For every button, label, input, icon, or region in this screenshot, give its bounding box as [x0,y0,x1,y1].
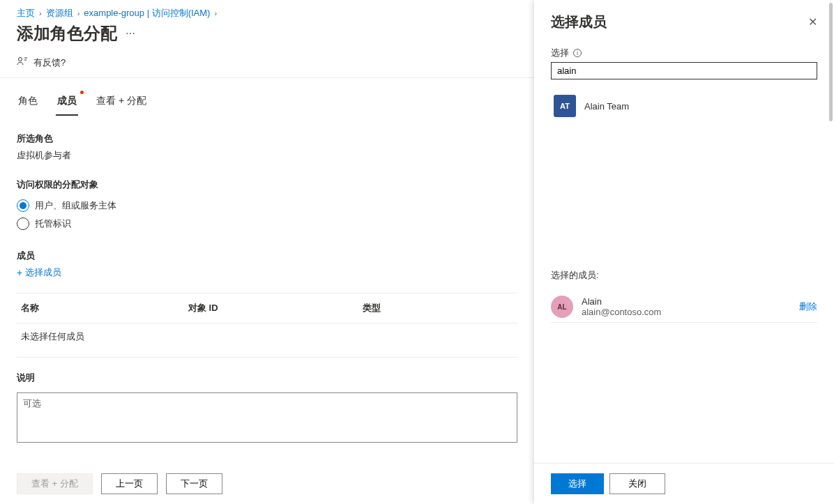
col-object-id[interactable]: 对象 ID [188,302,363,314]
close-icon[interactable]: ✕ [808,15,817,29]
select-label: 选择 [551,47,569,59]
panel-title: 选择成员 [551,13,607,31]
feedback-icon [17,56,28,69]
radio-icon [17,217,29,230]
select-button[interactable]: 选择 [551,473,604,494]
radio-label: 用户、组或服务主体 [35,199,116,212]
selected-role-label: 所选角色 [17,132,517,145]
feedback-link[interactable]: 有反馈? [0,50,534,78]
breadcrumb-home[interactable]: 主页 [17,7,35,20]
feedback-label: 有反馈? [33,56,66,69]
search-result-item[interactable]: AT Alain Team [551,89,817,123]
page-title: 添加角色分配 [17,22,117,45]
more-actions-icon[interactable]: ⋯ [126,28,135,39]
avatar-icon: AT [554,95,576,117]
breadcrumb-group-iam[interactable]: example-group | 访问控制(IAM) [84,7,210,20]
tabs: 角色 成员 查看 + 分配 [0,91,534,116]
next-button[interactable]: 下一页 [166,473,222,494]
breadcrumb-resource-groups[interactable]: 资源组 [46,7,73,20]
description-input[interactable] [17,392,517,443]
review-assign-button: 查看 + 分配 [17,473,93,494]
table-header: 名称 对象 ID 类型 [17,293,517,323]
col-name[interactable]: 名称 [21,302,188,314]
search-input[interactable] [551,62,817,79]
selected-role-value: 虚拟机参与者 [17,149,517,162]
description-label: 说明 [17,372,517,384]
info-icon[interactable]: i [573,49,582,57]
selected-members-label: 选择的成员: [551,269,817,282]
tab-members[interactable]: 成员 [56,91,78,116]
selected-email: alain@contoso.com [582,307,791,317]
chevron-right-icon: › [39,9,42,17]
result-name: Alain Team [584,101,629,112]
assign-access-label: 访问权限的分配对象 [17,178,517,191]
close-button[interactable]: 关闭 [609,473,665,494]
tab-review[interactable]: 查看 + 分配 [95,91,148,116]
breadcrumb: 主页 › 资源组 › example-group | 访问控制(IAM) › [0,0,534,20]
col-type[interactable]: 类型 [363,302,502,314]
table-empty-text: 未选择任何成员 [17,323,517,358]
radio-managed-identity[interactable]: 托管标识 [17,215,517,233]
svg-point-0 [19,58,22,61]
radio-label: 托管标识 [35,217,71,230]
remove-link[interactable]: 删除 [799,300,817,313]
prev-button[interactable]: 上一页 [101,473,158,494]
tab-role[interactable]: 角色 [17,91,39,116]
chevron-right-icon: › [214,9,217,17]
avatar-icon: AL [551,296,573,318]
selected-member-item: AL Alain alain@contoso.com 删除 [551,291,817,323]
select-members-link[interactable]: + 选择成员 [17,266,517,279]
radio-user-group-sp[interactable]: 用户、组或服务主体 [17,197,517,215]
indicator-dot-icon [80,91,84,94]
members-label: 成员 [17,250,517,262]
plus-icon: + [17,267,22,278]
select-members-panel: 选择成员 ✕ 选择 i AT Alain Team 选择的成员: AL Alai… [534,0,834,504]
chevron-right-icon: › [77,9,80,17]
radio-icon [17,199,29,212]
select-members-text: 选择成员 [25,266,61,279]
selected-name: Alain [582,296,791,307]
